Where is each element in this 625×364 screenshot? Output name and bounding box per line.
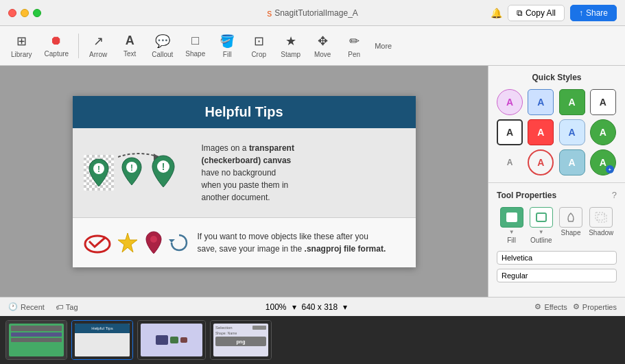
quick-style-item[interactable]: A xyxy=(528,89,554,115)
canvas-text-row2: If you want to move objects like these a… xyxy=(198,230,386,255)
properties-button[interactable]: ⚙ Properties xyxy=(573,302,617,311)
more-tools[interactable]: More xyxy=(370,39,396,53)
arrow-icon: ↗ xyxy=(93,34,104,49)
font-family-select[interactable]: Helvetica xyxy=(497,251,617,265)
svg-point-9 xyxy=(150,236,157,243)
tag-button[interactable]: 🏷 Tag xyxy=(56,303,78,311)
move-icon: ✥ xyxy=(318,34,328,49)
copy-all-button[interactable]: ⧉ Copy All xyxy=(508,5,565,21)
font-style-select[interactable]: Regular xyxy=(497,269,617,282)
quick-styles-grid: A A A A A A A xyxy=(497,89,617,175)
tab-shape[interactable]: Shape xyxy=(559,207,582,244)
star-icon xyxy=(117,232,139,254)
window-title: s SnagitTutorialImage_A xyxy=(267,8,358,19)
minimize-button[interactable] xyxy=(21,9,29,17)
canvas-row-1: ! ! xyxy=(73,128,416,217)
quick-styles-section: Quick Styles A A A A A xyxy=(488,66,625,183)
tool-props-tabs: ▼ Fill ▼ Outline xyxy=(497,207,617,244)
quick-style-item[interactable]: A xyxy=(528,149,554,175)
recent-button[interactable]: 🕐 Recent xyxy=(8,302,45,311)
quick-style-item[interactable]: A xyxy=(559,149,585,175)
shadow-tab-box xyxy=(589,207,613,228)
icon-tip-2: ! xyxy=(119,156,144,189)
quick-style-item[interactable]: A xyxy=(497,149,523,175)
svg-marker-10 xyxy=(169,239,175,243)
traffic-lights xyxy=(8,9,41,17)
tool-callout[interactable]: 💬 Callout xyxy=(146,31,178,61)
shape-tab-icon xyxy=(564,211,578,223)
tool-capture[interactable]: ⏺ Capture xyxy=(39,31,75,60)
zoom-chevron: ▾ xyxy=(292,302,296,312)
right-panel: Quick Styles A A A A A xyxy=(488,66,625,297)
tool-arrow[interactable]: ↗ Arrow xyxy=(83,31,113,61)
tool-shape[interactable]: □ Shape xyxy=(180,31,211,60)
filmstrip-item[interactable]: Helpful Tips xyxy=(71,320,133,360)
library-icon: ⊞ xyxy=(16,34,27,49)
tool-props-header: Tool Properties ? xyxy=(497,190,617,200)
quick-style-item[interactable]: A xyxy=(559,89,585,115)
canvas-icons-group: ! ! xyxy=(84,145,193,200)
outline-tab-icon xyxy=(534,211,548,223)
filmstrip-item[interactable]: Selection Shape: Name png xyxy=(210,320,272,360)
location-pin-red-icon xyxy=(144,230,163,255)
effects-button[interactable]: ⚙ Effects xyxy=(534,302,567,311)
toolbar: ⊞ Library ⏺ Capture ↗ Arrow A Text 💬 Cal… xyxy=(0,26,625,66)
pen-icon: ✏ xyxy=(349,34,359,49)
quick-style-item[interactable]: A xyxy=(497,89,523,115)
titlebar-actions: 🔔 ⧉ Copy All ↑ Share xyxy=(491,5,617,21)
titlebar: s SnagitTutorialImage_A 🔔 ⧉ Copy All ↑ S… xyxy=(0,0,625,26)
tool-crop[interactable]: ⊡ Crop xyxy=(244,31,274,61)
tool-stamp[interactable]: ★ Stamp xyxy=(275,31,306,61)
icon-checkerboard-1: ! xyxy=(84,155,114,191)
quick-styles-title: Quick Styles xyxy=(497,73,617,82)
canvas-icons-2 xyxy=(84,229,189,256)
canvas-row-2: If you want to move objects like these a… xyxy=(73,217,416,267)
tab-shadow[interactable]: Shadow xyxy=(589,207,613,244)
tool-move[interactable]: ✥ Move xyxy=(307,31,338,61)
svg-rect-13 xyxy=(595,213,604,220)
location-pin-icon-1: ! xyxy=(86,158,111,188)
text-icon: A xyxy=(126,34,134,48)
status-bar: 🕐 Recent 🏷 Tag 100% ▾ 640 x 318 ▾ ⚙ Effe… xyxy=(0,297,625,316)
canvas-header: Helpful Tips xyxy=(73,96,416,128)
canvas-content: Helpful Tips xyxy=(73,96,416,267)
clock-icon: 🕐 xyxy=(8,302,18,311)
tool-text[interactable]: A Text xyxy=(115,31,145,60)
notification-icon[interactable]: 🔔 xyxy=(491,8,502,19)
tool-pen[interactable]: ✏ Pen xyxy=(339,31,369,61)
quick-style-item[interactable]: A xyxy=(559,119,585,145)
canvas-body: ! ! xyxy=(73,128,416,267)
quick-style-item[interactable]: A xyxy=(528,119,554,145)
share-button[interactable]: ↑ Share xyxy=(570,5,617,21)
copy-icon: ⧉ xyxy=(517,8,523,18)
svg-rect-12 xyxy=(536,213,546,221)
tool-fill[interactable]: 🪣 Fill xyxy=(212,31,242,61)
app-icon: s xyxy=(267,8,272,19)
tool-properties-section: Tool Properties ? ▼ Fill xyxy=(488,183,625,297)
help-icon[interactable]: ? xyxy=(612,190,617,200)
svg-rect-14 xyxy=(598,215,606,222)
tab-outline[interactable]: ▼ Outline xyxy=(530,207,553,244)
close-button[interactable] xyxy=(8,9,16,17)
canvas-text-row1: Images on a transparent(checkerboard) ca… xyxy=(202,142,294,204)
filmstrip: Helpful Tips Selection Shape: xyxy=(0,316,625,364)
zoom-level[interactable]: 100% xyxy=(266,302,287,312)
checkmark-circle-icon xyxy=(84,229,111,256)
filmstrip-item[interactable] xyxy=(137,320,206,360)
share-icon: ↑ xyxy=(579,8,583,18)
filmstrip-item[interactable] xyxy=(5,320,67,360)
quick-style-item[interactable]: A xyxy=(590,89,616,115)
quick-style-item[interactable]: A + xyxy=(590,149,616,175)
tab-fill[interactable]: ▼ Fill xyxy=(500,207,523,244)
capture-icon: ⏺ xyxy=(50,34,62,48)
shadow-tab-icon xyxy=(594,211,608,223)
canvas-area[interactable]: Helpful Tips xyxy=(0,66,488,297)
tag-icon: 🏷 xyxy=(56,303,63,311)
tool-library[interactable]: ⊞ Library xyxy=(5,31,38,61)
quick-style-item[interactable]: A xyxy=(497,119,523,145)
quick-style-item[interactable]: A xyxy=(590,119,616,145)
svg-text:!: ! xyxy=(97,165,100,174)
svg-rect-11 xyxy=(506,213,517,222)
maximize-button[interactable] xyxy=(33,9,41,17)
fill-tab-box xyxy=(500,207,523,228)
